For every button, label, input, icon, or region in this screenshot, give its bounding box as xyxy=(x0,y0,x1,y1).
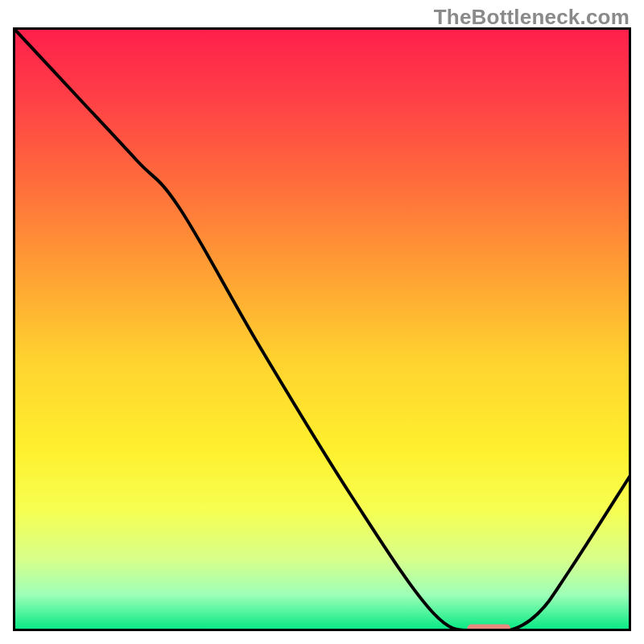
bottleneck-chart xyxy=(13,27,631,631)
watermark-text: TheBottleneck.com xyxy=(434,5,630,30)
chart-background xyxy=(13,27,631,631)
chart-frame xyxy=(13,27,631,631)
